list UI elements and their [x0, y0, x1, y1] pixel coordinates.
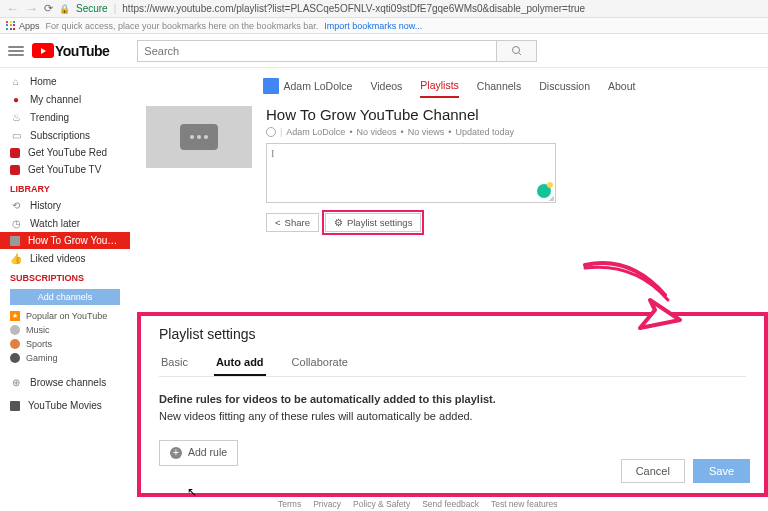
ellipsis-icon — [180, 124, 218, 150]
sub-sports[interactable]: Sports — [0, 337, 130, 351]
add-rule-button[interactable]: + Add rule — [159, 440, 238, 466]
import-bookmarks-link[interactable]: Import bookmarks now... — [324, 21, 422, 31]
gear-icon: ⚙ — [334, 217, 343, 228]
red-icon — [10, 148, 20, 158]
plus-circle-icon: ⊕ — [10, 376, 22, 388]
svg-point-0 — [512, 46, 519, 53]
mychannel-icon: ● — [10, 93, 22, 105]
globe-icon — [266, 127, 276, 137]
sidebar-item-mychannel[interactable]: ●My channel — [0, 90, 130, 108]
subscriptions-label: SUBSCRIPTIONS — [0, 267, 130, 285]
main-content: Adam LoDolce Videos Playlists Channels D… — [130, 68, 768, 511]
bookmarks-bar: Apps For quick access, place your bookma… — [0, 18, 768, 34]
channel-tabs: Adam LoDolce Videos Playlists Channels D… — [146, 74, 752, 98]
tab-discussion[interactable]: Discussion — [539, 74, 590, 98]
sidebar-item-tv[interactable]: Get YouTube TV — [0, 161, 130, 178]
sub-music[interactable]: Music — [0, 323, 130, 337]
text-cursor-icon: I — [271, 148, 274, 159]
search-button[interactable] — [497, 40, 537, 62]
history-icon: ⟲ — [10, 199, 22, 211]
save-button[interactable]: Save — [693, 459, 750, 483]
modal-tab-basic[interactable]: Basic — [159, 350, 190, 376]
tv-icon — [10, 165, 20, 175]
browser-address-bar: ← → ⟳ 🔒 Secure | https://www.youtube.com… — [0, 0, 768, 18]
sidebar-item-trending[interactable]: ♨Trending — [0, 108, 130, 126]
sidebar-item-current-playlist[interactable]: How To Grow YouTub... — [0, 232, 130, 249]
tab-channel-name[interactable]: Adam LoDolce — [263, 74, 353, 98]
footer-feedback[interactable]: Send feedback — [422, 499, 479, 509]
hamburger-icon[interactable] — [8, 43, 24, 59]
lock-icon: 🔒 — [59, 4, 70, 14]
sidebar-item-home[interactable]: ⌂Home — [0, 72, 130, 90]
playlist-description-input[interactable]: I — [266, 143, 556, 203]
playlist-title[interactable]: How To Grow YouTube Channel — [266, 106, 752, 123]
sidebar-item-watchlater[interactable]: ◷Watch later — [0, 214, 130, 232]
movies-icon — [10, 401, 20, 411]
modal-body: Define rules for videos to be automatica… — [159, 391, 746, 466]
search-icon — [511, 45, 523, 57]
modal-tab-collaborate[interactable]: Collaborate — [290, 350, 350, 376]
footer-test[interactable]: Test new features — [491, 499, 558, 509]
svg-line-1 — [518, 52, 521, 55]
youtube-logo[interactable]: YouTube — [32, 43, 109, 59]
tab-videos[interactable]: Videos — [370, 74, 402, 98]
playlist-thumb-icon — [10, 236, 20, 246]
forward-icon: → — [25, 1, 38, 16]
sidebar-item-liked[interactable]: 👍Liked videos — [0, 249, 130, 267]
thumbs-up-icon: 👍 — [10, 252, 22, 264]
sidebar-item-movies[interactable]: YouTube Movies — [0, 397, 130, 414]
avatar — [263, 78, 279, 94]
bookmarks-hint: For quick access, place your bookmarks h… — [46, 21, 319, 31]
add-channels-button[interactable]: Add channels — [10, 289, 120, 305]
secure-label: Secure — [76, 3, 108, 14]
sub-popular[interactable]: ★Popular on YouTube — [0, 309, 130, 323]
share-button[interactable]: <Share — [266, 213, 319, 232]
url-text[interactable]: https://www.youtube.com/playlist?list=PL… — [122, 3, 762, 14]
modal-tab-autoadd[interactable]: Auto add — [214, 350, 266, 376]
playlist-meta: | Adam LoDolce •No videos •No views •Upd… — [266, 127, 752, 137]
footer-privacy[interactable]: Privacy — [313, 499, 341, 509]
sidebar-item-browse[interactable]: ⊕Browse channels — [0, 373, 130, 391]
youtube-header: YouTube — [0, 34, 768, 68]
sports-icon — [10, 339, 20, 349]
tab-playlists[interactable]: Playlists — [420, 74, 459, 98]
home-icon: ⌂ — [10, 75, 22, 87]
clock-icon: ◷ — [10, 217, 22, 229]
sidebar-item-subscriptions[interactable]: ▭Subscriptions — [0, 126, 130, 144]
apps-icon — [6, 21, 16, 31]
reload-icon[interactable]: ⟳ — [44, 2, 53, 15]
mouse-cursor-icon: ↖ — [187, 483, 197, 501]
sub-gaming[interactable]: Gaming — [0, 351, 130, 365]
playlist-thumbnail[interactable] — [146, 106, 252, 168]
search-input[interactable] — [137, 40, 497, 62]
footer-terms[interactable]: Terms — [278, 499, 301, 509]
annotation-arrow — [580, 260, 710, 350]
tab-about[interactable]: About — [608, 74, 635, 98]
star-icon: ★ — [10, 311, 20, 321]
modal-tabs: Basic Auto add Collaborate — [159, 350, 746, 377]
back-icon[interactable]: ← — [6, 1, 19, 16]
resize-handle-icon[interactable] — [548, 195, 554, 201]
sidebar: ⌂Home ●My channel ♨Trending ▭Subscriptio… — [0, 68, 130, 511]
sidebar-item-history[interactable]: ⟲History — [0, 196, 130, 214]
music-icon — [10, 325, 20, 335]
library-label: LIBRARY — [0, 178, 130, 196]
tab-channels[interactable]: Channels — [477, 74, 521, 98]
share-icon: < — [275, 217, 281, 228]
cancel-button[interactable]: Cancel — [621, 459, 685, 483]
subscriptions-icon: ▭ — [10, 129, 22, 141]
fire-icon: ♨ — [10, 111, 22, 123]
play-icon — [32, 43, 54, 58]
apps-button[interactable]: Apps — [6, 21, 40, 31]
playlist-settings-button[interactable]: ⚙Playlist settings — [325, 213, 421, 232]
plus-icon: + — [170, 447, 182, 459]
sidebar-item-red[interactable]: Get YouTube Red — [0, 144, 130, 161]
footer-policy[interactable]: Policy & Safety — [353, 499, 410, 509]
gaming-icon — [10, 353, 20, 363]
